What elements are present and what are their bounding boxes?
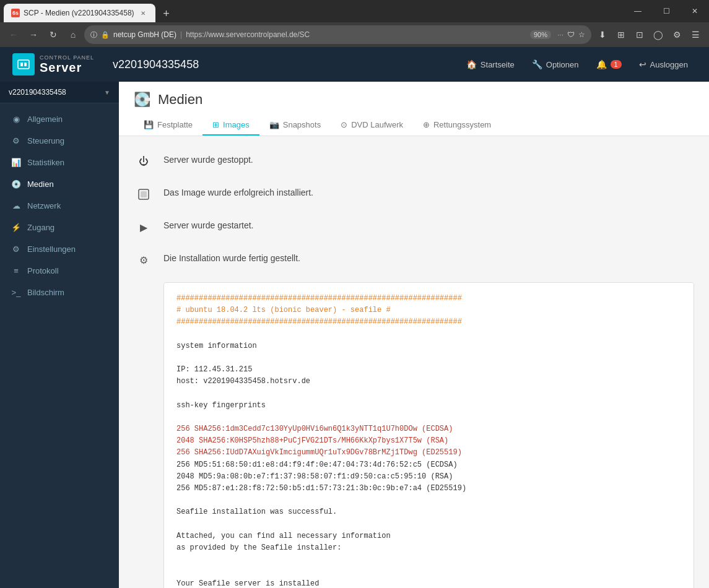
tab-images[interactable]: ⊞ Images <box>202 115 259 136</box>
minimize-button[interactable]: — <box>624 0 652 22</box>
tab-title: SCP - Medien (v2201904335458) <box>24 9 134 17</box>
sidebar-label-bildschirm: Bildschirm <box>27 288 64 297</box>
notifications-link[interactable]: 🔔 1 <box>588 47 630 82</box>
image-install-icon <box>134 184 154 204</box>
server-select-dropdown[interactable]: v2201904335458 ▼ <box>0 82 119 103</box>
sidebar-item-allgemein[interactable]: ◉ Allgemein <box>0 108 119 130</box>
terminal-seafile-success: Seafile installation was successful. <box>176 506 681 518</box>
terminal-ip: IP: 112.45.31.215 <box>176 364 681 376</box>
new-tab-button[interactable]: + <box>158 5 175 22</box>
settings-complete-icon: ⚙ <box>134 250 154 270</box>
sidebar-nav: ◉ Allgemein ⚙ Steuerung 📊 Statistiken 💿 … <box>0 103 119 308</box>
page-title-row: 💽 Medien <box>134 92 694 108</box>
app-logo: Control Panel Server <box>12 53 94 76</box>
tab-close-button[interactable]: ✕ <box>138 8 148 18</box>
step-server-stopped: ⏻ Server wurde gestoppt. <box>134 151 694 171</box>
shield-icon: 🛡 <box>567 30 575 39</box>
maximize-button[interactable]: ☐ <box>652 0 681 22</box>
extensions-button[interactable]: ⚙ <box>668 26 685 43</box>
browser-toolbar: ← → ↻ ⌂ ⓘ 🔒 netcup GmbH (DE) | https://w… <box>0 22 709 47</box>
terminal-fp2: 2048 SHA256:K0HSP5hzh88+PuCjFVG21DTs/MH6… <box>176 435 681 447</box>
step-server-started: ▶ Server wurde gestartet. <box>134 217 694 237</box>
tab-rettungssystem[interactable]: ⊕ Rettungssystem <box>413 115 501 136</box>
home-nav-icon: 🏠 <box>466 59 477 69</box>
protokoll-icon: ≡ <box>11 266 21 275</box>
tab-snapshots[interactable]: 📷 Snapshots <box>259 115 331 136</box>
sidebar-item-statistiken[interactable]: 📊 Statistiken <box>0 152 119 173</box>
sidebar-label-netzwerk: Netzwerk <box>27 201 61 210</box>
content-area: ⏻ Server wurde gestoppt. Das Image wurde… <box>119 136 709 588</box>
sidebar-item-medien[interactable]: 💿 Medien <box>0 173 119 195</box>
sidebar-label-steuerung: Steuerung <box>27 136 64 145</box>
bookmark-star-icon[interactable]: ☆ <box>578 30 585 39</box>
more-button[interactable]: ··· <box>557 30 563 39</box>
address-bar[interactable]: ⓘ 🔒 netcup GmbH (DE) | https://www.serve… <box>84 25 591 44</box>
account-button[interactable]: ◯ <box>650 26 667 43</box>
step-install-complete: ⚙ Die Installation wurde fertig gestellt… <box>134 249 694 270</box>
terminal-your-seafile: Your Seafile server is installed <box>176 578 681 589</box>
logo-text: Control Panel Server <box>40 54 94 75</box>
sidebar-item-zugang[interactable]: ⚡ Zugang <box>0 217 119 238</box>
app-header: Control Panel Server v2201904335458 🏠 St… <box>0 47 709 82</box>
sidebar-label-allgemein: Allgemein <box>27 115 63 124</box>
browser-tab-active[interactable]: 6s SCP - Medien (v2201904335458) ✕ <box>4 4 155 22</box>
images-tab-icon: ⊞ <box>212 120 219 129</box>
chevron-down-icon: ▼ <box>104 89 110 96</box>
header-nav: 🏠 Startseite 🔧 Optionen 🔔 1 ↩ Ausloggen <box>458 47 697 82</box>
zugang-icon: ⚡ <box>11 223 21 232</box>
toolbar-icons: ⬇ ⊞ ⊡ ◯ ⚙ ☰ <box>594 26 704 43</box>
media-tabs: 💾 Festplatte ⊞ Images 📷 Snapshots ⊙ DVD … <box>134 115 694 136</box>
forward-button[interactable]: → <box>25 26 42 43</box>
sidebar-label-einstellungen: Einstellungen <box>27 244 76 254</box>
tab-favicon: 6s <box>11 9 20 17</box>
step-text-image: Das Image wurde erfolgreich installiert. <box>163 184 313 197</box>
bookmarks-button[interactable]: ⊞ <box>612 26 630 43</box>
wrench-icon: 🔧 <box>532 59 542 69</box>
sidebar-label-medien: Medien <box>27 179 54 189</box>
startseite-link[interactable]: 🏠 Startseite <box>458 47 523 82</box>
tab-dvd[interactable]: ⊙ DVD Laufwerk <box>331 115 413 136</box>
sidebar: v2201904335458 ▼ ◉ Allgemein ⚙ Steuerung… <box>0 82 119 588</box>
sidebar-item-netzwerk[interactable]: ☁ Netzwerk <box>0 195 119 217</box>
svg-rect-1 <box>20 63 23 66</box>
sidebar-label-protokoll: Protokoll <box>27 266 59 275</box>
terminal-sysinfo-label: system information <box>176 340 681 352</box>
svg-rect-2 <box>24 63 27 66</box>
site-name: netcup GmbH (DE) <box>113 30 176 39</box>
home-button[interactable]: ⌂ <box>64 26 82 43</box>
terminal-title-line: # ubuntu 18.04.2 lts (bionic beaver) - s… <box>176 305 681 316</box>
refresh-button[interactable]: ↻ <box>45 26 62 43</box>
sidebar-item-einstellungen[interactable]: ⚙ Einstellungen <box>0 238 119 260</box>
terminal-host: host: v2201904335458.hotsrv.de <box>176 376 681 387</box>
menu-button[interactable]: ☰ <box>687 26 704 43</box>
terminal-ssh-label: ssh-key fingerprints <box>176 400 681 412</box>
ausloggen-link[interactable]: ↩ Ausloggen <box>630 47 697 82</box>
page-medien-icon: 💽 <box>134 92 150 108</box>
svg-rect-0 <box>18 60 29 69</box>
terminal-fp6: 256 MD5:87:e1:28:f8:72:50:b5:d1:57:73:21… <box>176 483 681 495</box>
sidebar-item-protokoll[interactable]: ≡ Protokoll <box>0 260 119 282</box>
reader-view-button[interactable]: ⊡ <box>631 26 648 43</box>
svg-rect-4 <box>141 191 147 197</box>
page-title: Medien <box>158 92 202 108</box>
step-text-complete: Die Installation wurde fertig gestellt. <box>163 249 300 263</box>
terminal-fp5: 2048 MD5:9a:08:0b:e7:f1:37:98:58:07:f1:d… <box>176 471 681 483</box>
close-window-button[interactable]: ✕ <box>681 0 709 22</box>
sidebar-item-steuerung[interactable]: ⚙ Steuerung <box>0 130 119 152</box>
optionen-link[interactable]: 🔧 Optionen <box>523 47 588 82</box>
medien-icon: 💿 <box>11 179 21 189</box>
download-button[interactable]: ⬇ <box>594 26 611 43</box>
sidebar-item-bildschirm[interactable]: >_ Bildschirm <box>0 282 119 303</box>
snapshots-tab-icon: 📷 <box>269 120 279 129</box>
server-name-header: v2201904335458 <box>113 58 199 71</box>
sidebar-label-statistiken: Statistiken <box>27 158 64 167</box>
info-icon: ⓘ <box>90 30 97 40</box>
back-button[interactable]: ← <box>5 26 22 43</box>
bell-icon: 🔔 <box>596 59 607 69</box>
tab-festplatte[interactable]: 💾 Festplatte <box>134 115 202 136</box>
notification-count: 1 <box>611 60 622 69</box>
terminal-fp4: 256 MD5:51:68:50:d1:e8:d4:f9:4f:0e:47:04… <box>176 459 681 471</box>
zoom-level: 90% <box>530 30 551 39</box>
app-wrapper: Control Panel Server v2201904335458 🏠 St… <box>0 47 709 588</box>
terminal-hash-line-1: ########################################… <box>176 293 681 305</box>
